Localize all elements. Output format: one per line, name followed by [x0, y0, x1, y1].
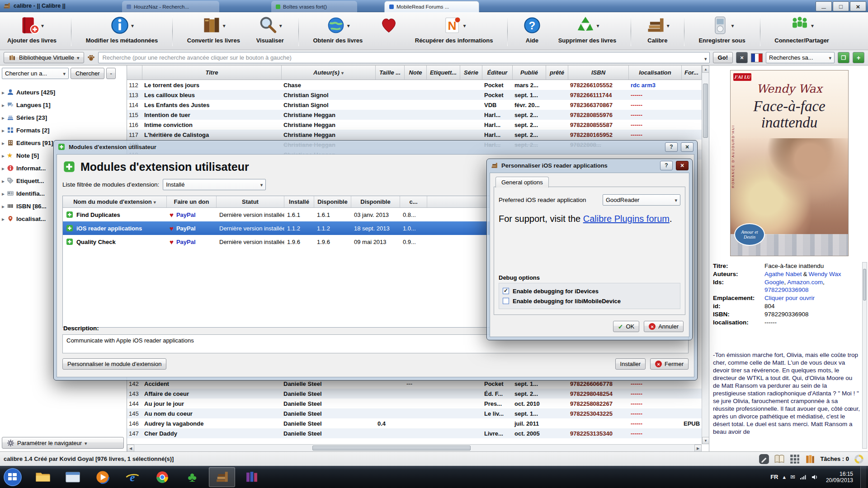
table-row[interactable]: 115Intention de tuerChristiane HegganHar…	[127, 110, 709, 120]
column-header-available[interactable]: Disponible	[314, 196, 351, 207]
chevron-down-icon[interactable]	[463, 21, 466, 29]
checkbox-debug-libimobiledevice[interactable]	[503, 298, 509, 304]
table-row[interactable]: 114Les Enfants des JustesChristian Signo…	[127, 100, 709, 110]
chevron-down-icon[interactable]	[704, 54, 707, 62]
column-header-titre[interactable]: Titre	[142, 66, 282, 80]
taskbar-ie-icon[interactable]: e	[119, 467, 146, 487]
scroll-up-icon[interactable]: ▲	[702, 66, 709, 73]
table-row[interactable]: 116Intime convictionChristiane HegganHar…	[127, 120, 709, 130]
dialog-close-button[interactable]	[681, 142, 693, 152]
paw-icon[interactable]	[87, 54, 95, 61]
reader-app-select[interactable]: GoodReader	[603, 194, 680, 206]
taskbar-winrar-icon[interactable]	[239, 467, 265, 487]
toolbar-fetch-news[interactable]: N Récupérer des informations	[412, 14, 496, 49]
column-header-editeur[interactable]: Éditeur	[482, 66, 513, 80]
chevron-down-icon[interactable]	[347, 21, 350, 29]
toolbar-view[interactable]: Visualiser	[254, 14, 287, 49]
toolbar-donate[interactable]	[376, 14, 401, 49]
plugin-filter-select[interactable]: Installé	[163, 179, 266, 190]
taskbar-explorer-icon[interactable]	[60, 467, 86, 487]
toolbar-convert-books[interactable]: Convertir les livres	[184, 14, 243, 49]
id-amazon-link[interactable]: Amazon.com	[787, 279, 823, 286]
column-header-prete[interactable]: prêté	[546, 66, 568, 80]
column-header-calibre[interactable]: c...	[400, 196, 427, 207]
book-details-toggle-icon[interactable]	[774, 454, 785, 465]
scrollbar-thumb[interactable]	[312, 446, 471, 450]
search-go-button[interactable]: Go!	[713, 52, 733, 63]
expand-arrow-icon[interactable]	[2, 88, 5, 96]
tab-general-options[interactable]: General options	[495, 177, 549, 188]
scrollbar-thumb[interactable]	[863, 269, 866, 300]
chevron-down-icon[interactable]	[811, 21, 814, 29]
column-header-formats[interactable]: For...	[682, 66, 702, 80]
toolbar-add-books[interactable]: Ajouter des livres	[5, 14, 59, 49]
taskbar-folder-icon[interactable]	[30, 467, 56, 487]
column-header-name[interactable]: Nom du module d'extension	[63, 196, 167, 207]
table-row[interactable]: 112Le torrent des joursChasePocketmars 2…	[127, 80, 709, 90]
taskbar-clover-app-icon[interactable]: ♣	[179, 467, 205, 487]
show-desktop-button[interactable]	[860, 466, 866, 488]
save-search-icon[interactable]	[853, 52, 864, 63]
configure-tag-browser-button[interactable]: Paramétrer le navigateur	[2, 437, 124, 449]
column-header-taille[interactable]: Taille ...	[376, 66, 405, 80]
jobs-label[interactable]: Tâches : 0	[820, 455, 849, 462]
table-row[interactable]: 144Au jour le jourDanielle SteelPres...o…	[127, 399, 702, 408]
chevron-down-icon[interactable]	[279, 21, 282, 29]
chevron-down-icon[interactable]	[131, 21, 134, 29]
cancel-button[interactable]: Annuler	[644, 321, 684, 332]
expand-arrow-icon[interactable]	[2, 101, 5, 109]
saved-searches-select[interactable]: Recherches sa...	[766, 52, 835, 63]
toolbar-remove-books[interactable]: Supprimer des livres	[556, 14, 619, 49]
column-header-installed[interactable]: Installé	[284, 196, 314, 207]
find-button[interactable]: Chercher	[71, 68, 104, 79]
chevron-down-icon[interactable]	[597, 21, 599, 29]
scrollbar-thumb[interactable]	[703, 84, 708, 138]
customize-plugin-button[interactable]: Personnaliser le module d'extension	[62, 358, 166, 370]
column-header-serie[interactable]: Série	[460, 66, 482, 80]
sidebar-item-auteurs[interactable]: Auteurs [425]	[2, 86, 126, 98]
expand-arrow-icon[interactable]	[2, 126, 5, 134]
column-header-auteurs[interactable]: Auteur(s)	[282, 66, 376, 80]
table-row[interactable]: 146Audrey la vagabondeDanielle Steel0.4j…	[127, 418, 702, 428]
ok-button[interactable]: OK	[613, 321, 640, 332]
details-scrollbar[interactable]	[862, 262, 867, 449]
book-cover[interactable]: J'AI LU Wendy Wax Face-à-face inattendu …	[730, 70, 849, 256]
expand-arrow-icon[interactable]	[2, 139, 5, 147]
browser-tab[interactable]: HouzzNaz - Recherch...	[122, 1, 219, 12]
toolbar-save-to-disk[interactable]: Enregistrer sous	[696, 14, 748, 49]
dialog-help-button[interactable]	[665, 142, 678, 152]
table-row[interactable]: 145Au nom du coeurDanielle SteelLe liv..…	[127, 408, 702, 418]
browser-tab[interactable]: Boîtes vrases fort()	[271, 1, 357, 12]
column-header-status[interactable]: Statut	[217, 196, 284, 207]
donate-heart-icon[interactable]	[170, 225, 174, 232]
expand-arrow-icon[interactable]	[2, 164, 5, 172]
maximize-button[interactable]	[833, 1, 849, 11]
author-link[interactable]: Wendy Wax	[809, 271, 841, 277]
column-header-donate[interactable]: Faire un don	[167, 196, 217, 207]
jobs-spinner-icon[interactable]	[854, 454, 864, 465]
open-location-link[interactable]: Cliquer pour ouvrir	[764, 294, 860, 302]
dialog-titlebar[interactable]: Personnaliser iOS reader applications	[487, 159, 692, 172]
id-google-link[interactable]: Google	[764, 279, 784, 286]
donate-heart-icon[interactable]	[170, 211, 174, 219]
expand-arrow-icon[interactable]	[2, 202, 5, 210]
minimize-button[interactable]	[816, 1, 832, 11]
collapse-button[interactable]: -	[106, 68, 115, 79]
scroll-right-icon[interactable]: ▶	[694, 445, 702, 452]
id-isbn-link[interactable]: 9782290336908	[764, 286, 809, 293]
expand-arrow-icon[interactable]	[2, 215, 5, 223]
language-indicator[interactable]: FR	[770, 474, 778, 480]
table-row[interactable]: 147Cher DaddyDanielle SteelLivre...oct. …	[127, 428, 702, 438]
dialog-close-button[interactable]	[676, 161, 689, 170]
horizontal-scrollbar[interactable]: ◀ ▶	[127, 444, 702, 451]
clear-search-icon[interactable]	[736, 52, 748, 63]
volume-icon[interactable]	[811, 474, 819, 480]
tag-browser-toggle-icon[interactable]	[759, 454, 769, 465]
browser-tab-active[interactable]: MobileRead Forums ...	[384, 1, 479, 12]
checkbox-debug-idevices[interactable]	[503, 288, 509, 294]
column-header-released[interactable]: Disponible	[351, 196, 400, 207]
scroll-down-icon[interactable]: ▼	[702, 437, 709, 444]
taskbar-calibre-icon[interactable]	[209, 467, 235, 487]
toolbar-get-books[interactable]: Obtenir des livres	[310, 14, 365, 49]
donate-heart-icon[interactable]	[170, 238, 174, 246]
